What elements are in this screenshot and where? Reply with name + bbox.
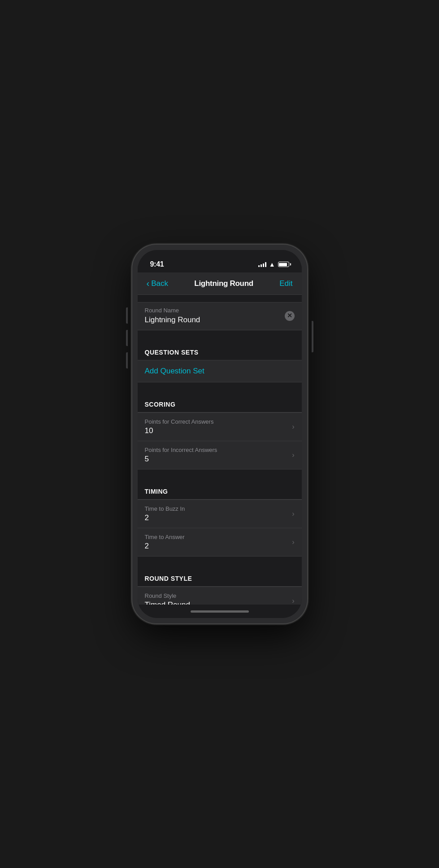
clear-icon: ✕ (287, 312, 292, 319)
round-style-value: Timed Round (145, 601, 289, 605)
correct-answers-value: 10 (145, 426, 289, 435)
status-bar: 9:41 ▲ (138, 250, 302, 272)
timing-header: TIMING (138, 478, 302, 499)
timing-group: Time to Buzz In 2 › Time to Answer 2 › (138, 499, 302, 557)
phone-screen: 9:41 ▲ ‹ Back Lightning Round (138, 250, 302, 618)
status-time: 9:41 (150, 260, 164, 268)
round-style-item[interactable]: Round Style Timed Round › (138, 587, 302, 605)
battery-icon (278, 262, 289, 267)
time-to-answer-label: Time to Answer (145, 534, 289, 540)
incorrect-answers-value: 5 (145, 455, 289, 464)
scoring-title: SCORING (145, 401, 176, 408)
back-button[interactable]: ‹ Back (147, 279, 168, 288)
gap-1 (138, 330, 302, 339)
back-chevron-icon: ‹ (147, 279, 150, 288)
incorrect-answers-label: Points for Incorrect Answers (145, 447, 289, 453)
buzz-in-value: 2 (145, 513, 289, 522)
scoring-header: SCORING (138, 391, 302, 412)
buzz-in-chevron-icon: › (292, 510, 294, 518)
timing-title: TIMING (145, 488, 168, 495)
buzz-in-label: Time to Buzz In (145, 505, 289, 512)
round-name-label: Round Name (145, 307, 285, 314)
incorrect-answers-chevron-icon: › (292, 451, 294, 459)
gap-3 (138, 469, 302, 478)
top-spacer (138, 295, 302, 302)
status-icons: ▲ (258, 261, 289, 268)
time-to-answer-chevron-icon: › (292, 538, 294, 546)
round-style-label: Round Style (145, 592, 289, 599)
edit-button[interactable]: Edit (279, 279, 292, 288)
phone-frame: 9:41 ▲ ‹ Back Lightning Round (132, 245, 307, 623)
incorrect-answers-item[interactable]: Points for Incorrect Answers 5 › (138, 441, 302, 469)
time-to-answer-item[interactable]: Time to Answer 2 › (138, 528, 302, 556)
correct-answers-chevron-icon: › (292, 423, 294, 431)
wifi-icon: ▲ (269, 261, 275, 268)
round-name-value: Lightning Round (145, 316, 285, 324)
signal-icon (258, 262, 266, 267)
correct-answers-label: Points for Correct Answers (145, 418, 289, 425)
home-indicator (138, 605, 302, 618)
correct-answers-item[interactable]: Points for Correct Answers 10 › (138, 412, 302, 441)
round-style-header: ROUND STYLE (138, 566, 302, 586)
round-style-chevron-icon: › (292, 597, 294, 605)
back-label: Back (151, 279, 168, 288)
question-sets-header: QUESTION SETS (138, 339, 302, 360)
time-to-answer-value: 2 (145, 542, 289, 551)
navigation-bar: ‹ Back Lightning Round Edit (138, 272, 302, 295)
main-content: Round Name Lightning Round ✕ QUESTION SE… (138, 295, 302, 605)
clear-round-name-button[interactable]: ✕ (285, 311, 295, 321)
gap-4 (138, 557, 302, 566)
nav-title: Lightning Round (194, 279, 253, 288)
gap-2 (138, 382, 302, 391)
add-question-set-label: Add Question Set (145, 367, 204, 375)
round-name-field: Round Name Lightning Round ✕ (138, 302, 302, 330)
buzz-in-item[interactable]: Time to Buzz In 2 › (138, 500, 302, 528)
home-bar (191, 610, 249, 613)
scoring-group: Points for Correct Answers 10 › Points f… (138, 412, 302, 469)
add-question-set-button[interactable]: Add Question Set (138, 360, 302, 382)
question-sets-title: QUESTION SETS (145, 349, 199, 356)
round-style-group: Round Style Timed Round › Number of Seco… (138, 586, 302, 605)
round-style-title: ROUND STYLE (145, 575, 192, 582)
